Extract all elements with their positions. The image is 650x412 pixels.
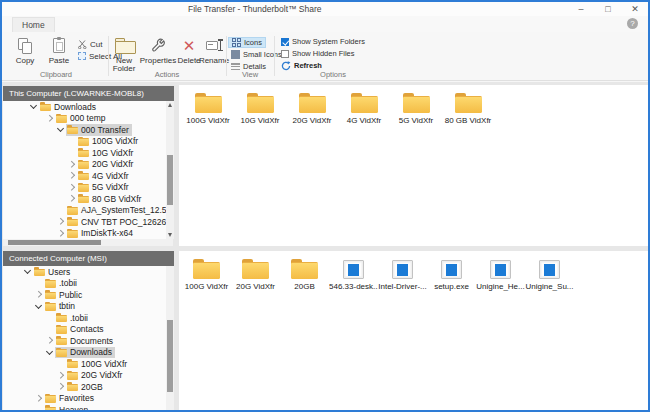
file-item-setup-exe[interactable]: setup.exe (427, 257, 476, 291)
chevron-collapsed-icon[interactable] (56, 382, 65, 391)
file-item-546-33-desk[interactable]: 546.33-desk... (329, 257, 378, 291)
tree-item-label: Downloads (70, 347, 112, 357)
chevron-expanded-icon[interactable] (56, 125, 65, 134)
close-button[interactable]: ✕ (630, 2, 640, 16)
chevron-collapsed-icon[interactable] (67, 194, 76, 203)
chevron-expanded-icon[interactable] (34, 302, 43, 311)
tree-item-contacts[interactable]: Contacts (3, 324, 174, 336)
tree-item-label: 000 Transfer (81, 125, 129, 135)
tree-item-favorites[interactable]: Favorites (3, 393, 174, 405)
tree-item-content: 100G VidXfr (77, 136, 141, 148)
tree-item-100g-vidxfr[interactable]: 100G VidXfr (3, 358, 174, 370)
tree-item-5g-vidxfr[interactable]: 5G VidXfr (3, 182, 174, 194)
tree-item-tobii[interactable]: .tobii (3, 278, 174, 290)
chevron-collapsed-icon[interactable] (56, 229, 65, 238)
folder-item-100g-vidxfr[interactable]: 100G VidXfr (182, 257, 231, 291)
folder-item-100g-vidxfr[interactable]: 100G VidXfr (182, 91, 234, 125)
tree-item-public[interactable]: Public (3, 289, 174, 301)
group-separator (274, 36, 275, 76)
scroll-up-icon[interactable] (168, 103, 172, 107)
connected-computer-vertical-scrollbar[interactable] (166, 266, 174, 410)
chevron-expanded-icon[interactable] (29, 102, 38, 111)
this-computer-vertical-scrollbar[interactable] (166, 101, 174, 239)
folder-item-5g-vidxfr[interactable]: 5G VidXfr (390, 91, 442, 125)
tree-item-aja-systemtest-12-5-0-m[interactable]: AJA_SystemTest_12.5.0.m (3, 205, 174, 217)
tree-item-imdisktk-x64[interactable]: ImDiskTk-x64 (3, 228, 174, 240)
icon-wrap (442, 91, 494, 113)
tree-item-20gb[interactable]: 20GB (3, 381, 174, 393)
tree-item-80-gb-vidxfr[interactable]: 80 GB VidXfr (3, 193, 174, 205)
copy-button[interactable]: Copy (8, 35, 42, 69)
chevron-collapsed-icon[interactable] (67, 183, 76, 192)
chevron-collapsed-icon[interactable] (56, 217, 65, 226)
this-computer-horizontal-scrollbar[interactable] (3, 239, 173, 246)
maximize-button[interactable]: □ (603, 2, 613, 16)
local-files-pane: 100G VidXfr10G VidXfr20G VidXfr4G VidXfr… (179, 85, 648, 246)
folder-icon (67, 359, 78, 368)
tree-item-tbtin[interactable]: tbtin (3, 301, 174, 313)
tree-item-content: AJA_SystemTest_12.5.0.m (66, 205, 174, 217)
folder-icon (45, 279, 56, 288)
tree-item-tobii[interactable]: .tobii (3, 312, 174, 324)
tree-item-20g-vidxfr[interactable]: 20G VidXfr (3, 370, 174, 382)
minimize-button[interactable]: – (576, 2, 586, 16)
folder-icon (45, 405, 56, 410)
file-item-unigine-su[interactable]: Unigine_Su... (525, 257, 574, 291)
tree-item-100g-vidxfr[interactable]: 100G VidXfr (3, 136, 174, 148)
tree-item-documents[interactable]: Documents (3, 335, 174, 347)
item-label: 4G VidXfr (338, 116, 390, 125)
tree-item-downloads[interactable]: Downloads (3, 347, 174, 359)
tab-home[interactable]: Home (12, 17, 55, 32)
show-hidden-files-checkbox[interactable]: Show Hidden Files (278, 48, 358, 59)
show-system-folders-checkbox[interactable]: Show System Folders (278, 36, 368, 47)
item-label: 20G VidXfr (231, 282, 280, 291)
ribbon: Copy Paste Cut Select All Clipboard New (2, 32, 648, 81)
folder-item-20gb[interactable]: 20GB (280, 257, 329, 291)
scrollbar-thumb[interactable] (167, 155, 173, 205)
paste-button[interactable]: Paste (42, 35, 76, 69)
scroll-down-icon[interactable] (168, 233, 172, 237)
tree-item-downloads[interactable]: Downloads (3, 101, 174, 113)
view-icons-option[interactable]: Icons (228, 37, 266, 48)
tree-item-10g-vidxfr[interactable]: 10G VidXfr (3, 147, 174, 159)
tree-item-000-transfer[interactable]: 000 Transfer (3, 124, 174, 136)
chevron-expanded-icon[interactable] (45, 348, 54, 357)
folder-item-20g-vidxfr[interactable]: 20G VidXfr (286, 91, 338, 125)
help-icon[interactable]: ? (627, 18, 638, 29)
folder-icon (56, 336, 67, 345)
chevron-collapsed-icon[interactable] (67, 171, 76, 180)
chevron-collapsed-icon[interactable] (45, 114, 54, 123)
folder-item-4g-vidxfr[interactable]: 4G VidXfr (338, 91, 390, 125)
ribbon-group-actions: New Folder Properties ✕ Delete Rename Ac… (109, 32, 225, 81)
tree-item-4g-vidxfr[interactable]: 4G VidXfr (3, 170, 174, 182)
properties-button[interactable]: Properties (138, 35, 178, 69)
options-group-label: Options (278, 70, 388, 79)
tree-item-heaven[interactable]: Heaven (3, 404, 174, 410)
icon-wrap (182, 257, 231, 279)
tree-item-cnv-tbt-poc-126263[interactable]: CNV TBT POC_126263 (3, 216, 174, 228)
tree-item-label: tbtin (59, 301, 75, 311)
chevron-collapsed-icon[interactable] (34, 290, 43, 299)
scrollbar-thumb[interactable] (8, 240, 101, 245)
chevron-spacer (45, 325, 54, 334)
folder-item-80-gb-vidxfr[interactable]: 80 GB VidXfr (442, 91, 494, 125)
tree-item-users[interactable]: Users (3, 266, 174, 278)
folder-item-10g-vidxfr[interactable]: 10G VidXfr (234, 91, 286, 125)
view-small-icons-option[interactable]: Small Icons (228, 49, 285, 60)
folder-item-20g-vidxfr[interactable]: 20G VidXfr (231, 257, 280, 291)
file-item-intel-driver[interactable]: Intel-Driver-... (378, 257, 427, 291)
folder-icon (67, 229, 78, 238)
scrollbar-thumb[interactable] (167, 320, 173, 392)
chevron-collapsed-icon[interactable] (45, 336, 54, 345)
chevron-collapsed-icon[interactable] (67, 160, 76, 169)
new-folder-button[interactable]: New Folder (109, 35, 139, 69)
tree-item-000-temp[interactable]: 000 temp (3, 113, 174, 125)
cut-button[interactable]: Cut (78, 39, 102, 49)
file-item-unigine-he[interactable]: Unigine_He... (476, 257, 525, 291)
chevron-collapsed-icon[interactable] (34, 394, 43, 403)
rename-icon (206, 39, 222, 51)
chevron-collapsed-icon[interactable] (56, 371, 65, 380)
chevron-expanded-icon[interactable] (23, 267, 32, 276)
checkbox-checked-icon (281, 38, 289, 46)
tree-item-20g-vidxfr[interactable]: 20G VidXfr (3, 159, 174, 171)
